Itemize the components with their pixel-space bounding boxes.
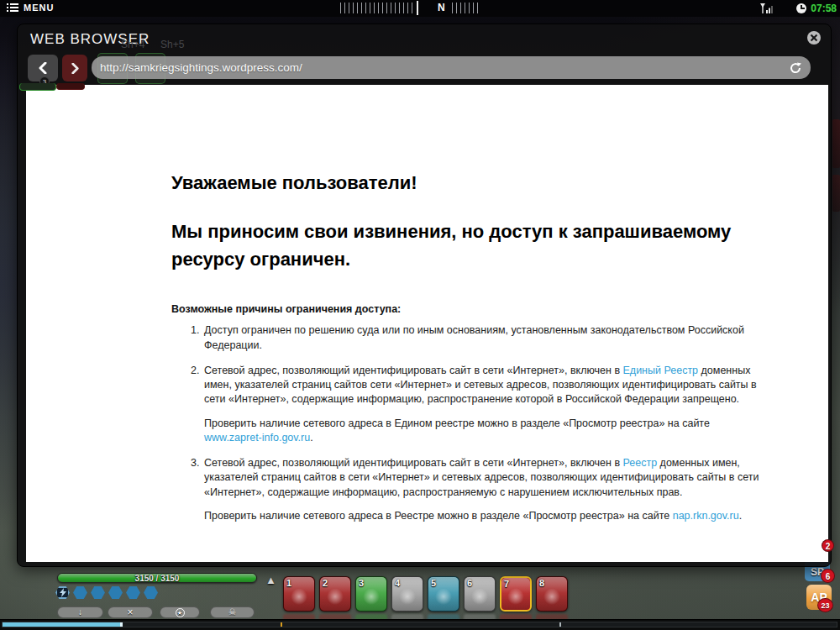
zapret-info-link[interactable]: www.zapret-info.gov.ru	[204, 432, 310, 444]
forward-icon	[71, 63, 80, 74]
hud-expand-arrow-icon[interactable]: ▲	[265, 574, 276, 586]
ability-slot-5[interactable]: 5	[428, 576, 459, 612]
resource-pip	[91, 586, 105, 599]
close-icon[interactable]	[806, 30, 822, 45]
reason-item-1: Доступ ограничен по решению суда или по …	[202, 323, 769, 353]
ability-bar: 1 2 3 4 5 6 7 8	[283, 576, 568, 612]
xp-bar	[2, 622, 837, 627]
notice-heading: Уважаемые пользователи!	[171, 172, 795, 194]
resource-pip	[144, 586, 158, 599]
clock-time: 07:58	[811, 3, 837, 14]
x-icon: ×	[127, 607, 133, 617]
hidden-counter-badge: 2	[822, 539, 834, 552]
skull-button[interactable]: ☠	[210, 606, 255, 618]
ability-slot-2[interactable]: 2	[319, 576, 351, 612]
reason-3-check-text: Проверить наличие сетевого адреса в Реес…	[204, 510, 673, 522]
down-arrow-icon: ↓	[78, 608, 82, 617]
url-text[interactable]: http://samkriegsightings.wordpress.com/	[100, 61, 789, 74]
reasons-label: Возможные причины ограничения доступа:	[171, 303, 795, 315]
refresh-icon[interactable]	[789, 61, 802, 75]
shortcut-hint-1: Sh+4	[121, 39, 144, 50]
health-bar: 3150 / 3150	[57, 573, 257, 583]
compass-ticks-right	[452, 3, 480, 13]
slot-key: 1	[286, 578, 291, 588]
reason-2-check-text: Проверить наличие сетевого адреса в Един…	[204, 417, 710, 429]
resource-pip	[108, 586, 123, 599]
slot-key: 8	[539, 578, 544, 588]
slot-key: 6	[467, 578, 472, 588]
signal-icon	[756, 3, 774, 14]
ability-slot-3[interactable]: 3	[355, 576, 387, 612]
slot-key: 7	[504, 579, 509, 589]
xp-band	[0, 619, 840, 630]
unified-register-link[interactable]: Единый Реестр	[623, 365, 699, 376]
sp-counter-badge: 6	[821, 569, 835, 583]
clock-icon	[796, 3, 806, 13]
reason-3-check: Проверить наличие сетевого адреса в Реес…	[204, 509, 769, 523]
menu-button[interactable]: MENU	[7, 3, 54, 13]
forward-button[interactable]	[62, 55, 87, 81]
lightning-icon	[55, 586, 70, 599]
slot-key: 4	[395, 578, 400, 588]
reason-item-3: Сетевой адрес, позволяющий идентифициров…	[202, 456, 769, 523]
reason-item-2: Сетевой адрес, позволяющий идентифициров…	[202, 364, 769, 445]
ability-slot-6[interactable]: 6	[464, 576, 496, 612]
xp-marker	[120, 622, 123, 627]
nap-rkn-link[interactable]: nap.rkn.gov.ru	[673, 510, 739, 522]
reason-3-text-before: Сетевой адрес, позволяющий идентифициров…	[204, 457, 623, 469]
health-value: 3150 / 3150	[58, 574, 256, 582]
pentagram-icon: ★	[176, 608, 185, 617]
reason-2-check-period: .	[310, 432, 312, 444]
resource-pip	[73, 586, 87, 599]
top-bar: MENU N 07:58	[0, 0, 840, 17]
slot-key: 5	[431, 578, 436, 588]
back-icon	[38, 62, 48, 74]
skull-icon: ☠	[228, 608, 236, 617]
slot-key: 3	[359, 578, 364, 588]
url-bar[interactable]: http://samkriegsightings.wordpress.com/	[92, 56, 811, 79]
ability-slot-8[interactable]: 8	[536, 576, 568, 612]
reason-2-check: Проверить наличие сетевого адреса в Един…	[204, 417, 769, 446]
occluded-game-icon	[56, 83, 85, 90]
collapse-button[interactable]: ↓	[57, 606, 103, 618]
slot-key: 2	[323, 578, 328, 588]
ap-counter-badge: 23	[817, 598, 833, 612]
pentagram-button[interactable]: ★	[160, 606, 200, 618]
reason-2-text-before: Сетевой адрес, позволяющий идентифициров…	[204, 365, 623, 376]
dismiss-button[interactable]: ×	[108, 606, 153, 618]
compass-ticks-left	[340, 3, 416, 13]
game-screen: MENU N 07:58 WEB BROWSER Sh+4 Sh+5	[0, 0, 840, 630]
compass-north-label: N	[438, 2, 445, 13]
compass-heading-marker	[417, 1, 418, 15]
register-link[interactable]: Реестр	[623, 457, 658, 469]
menu-icon	[7, 3, 18, 13]
reason-1-text: Доступ ограничен по решению суда или по …	[204, 324, 744, 350]
xp-white-tick	[559, 622, 561, 627]
notice-subheading: Мы приносим свои извинения, но доступ к …	[171, 218, 795, 273]
ability-slot-4[interactable]: 4	[391, 576, 423, 612]
occluded-ui-sliver	[832, 119, 840, 168]
occluded-ui-sliver	[832, 175, 840, 212]
block-notice-document: Уважаемые пользователи! Мы приносим свои…	[26, 85, 828, 523]
shortcut-hint-2: Sh+5	[160, 39, 184, 50]
occluded-game-icon	[19, 83, 56, 91]
browser-page: Уважаемые пользователи! Мы приносим свои…	[26, 85, 828, 562]
ability-slot-7[interactable]: 7	[500, 576, 532, 612]
xp-yellow-tick	[281, 622, 282, 627]
xp-bar-fill	[3, 622, 120, 627]
reasons-list: Доступ ограничен по решению суда или по …	[171, 323, 769, 523]
ability-slot-1[interactable]: 1	[283, 576, 315, 612]
resource-pip	[126, 586, 140, 599]
reason-3-check-period: .	[739, 510, 742, 522]
resource-row	[55, 586, 158, 599]
menu-label: MENU	[24, 3, 54, 13]
web-browser-window: WEB BROWSER Sh+4 Sh+5 3 http://samkriegs…	[17, 24, 832, 567]
